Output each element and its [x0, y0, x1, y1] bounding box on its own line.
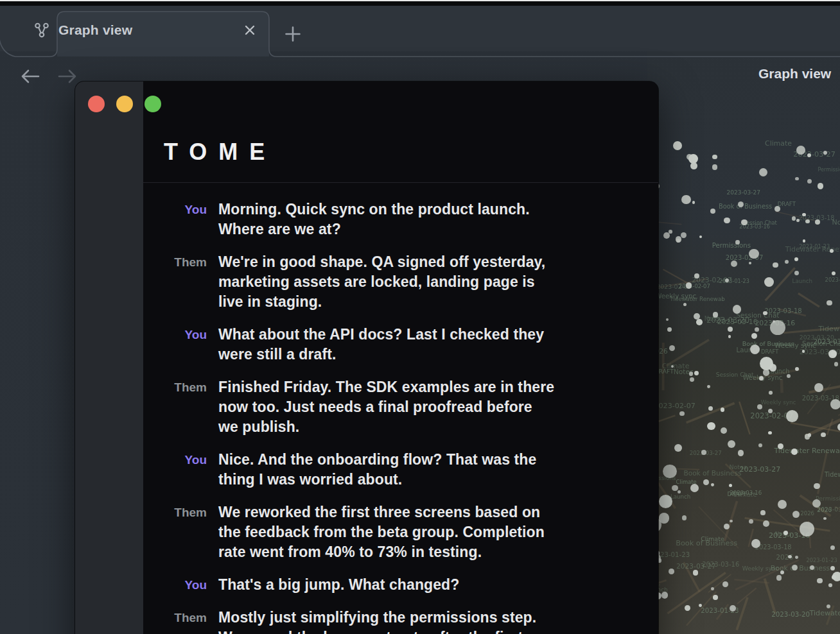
graph-node — [673, 141, 682, 150]
graph-node — [830, 399, 840, 409]
graph-node — [672, 485, 678, 492]
app-title: TOME — [164, 139, 276, 166]
graph-node — [769, 391, 773, 395]
chat-message: Them Finished Friday. The SDK examples a… — [143, 377, 643, 437]
speaker-label: You — [143, 575, 207, 595]
graph-node-label: 2023-03-27 — [825, 277, 840, 282]
chat-message: You What about the API docs? Last I chec… — [143, 325, 643, 364]
window-controls — [88, 96, 161, 112]
new-tab-button[interactable] — [280, 21, 306, 47]
chat-message: You That's a big jump. What changed? — [143, 575, 643, 595]
graph-node — [663, 232, 670, 239]
graph-node — [802, 350, 805, 353]
chat-message: Them We're in good shape. QA signed off … — [143, 252, 643, 312]
graph-node-label: DRAFT — [778, 201, 796, 207]
graph-node — [711, 483, 714, 486]
graph-node — [659, 495, 672, 508]
graph-node-label: Book of Business — [742, 341, 794, 347]
graph-node — [733, 305, 741, 313]
graph-node — [694, 313, 700, 320]
graph-node — [738, 450, 744, 456]
graph-node-label: Notes — [832, 219, 840, 226]
graph-node-label: Weekly sync — [761, 400, 796, 406]
message-text: Mostly just simplifying the permissions … — [218, 608, 629, 634]
graph-node — [763, 369, 770, 376]
graph-node — [792, 216, 796, 221]
message-text: Finished Friday. The SDK examples are in… — [218, 377, 629, 437]
graph-node — [796, 146, 805, 155]
tab-close-button[interactable] — [239, 19, 261, 41]
graph-node — [788, 555, 792, 559]
graph-node-label: Session Chat — [743, 220, 777, 225]
graph-node — [669, 569, 674, 574]
graph-node — [786, 410, 798, 422]
tab-graph-view[interactable]: Graph view — [18, 9, 270, 51]
graph-canvas[interactable]: 2023-03-162023-03-272023-03-202023-02-07… — [647, 51, 840, 634]
graph-node — [749, 249, 758, 259]
graph-node — [830, 249, 834, 253]
chat-message: You Morning. Quick sync on the product l… — [143, 200, 643, 239]
graph-node — [795, 177, 799, 181]
speaker-label: Them — [143, 502, 207, 562]
titlebar-strip — [0, 1, 840, 6]
graph-node-label: 2023-03-20 — [706, 317, 749, 325]
tab-title: Graph view — [58, 22, 239, 38]
graph-node — [728, 335, 731, 338]
minimize-window-button[interactable] — [116, 96, 133, 112]
graph-node-label: 2023-03-27 — [727, 190, 760, 196]
chat-transcript[interactable]: You Morning. Quick sync on the product l… — [143, 183, 658, 634]
tome-chat-window: TOME You Morning. Quick sync on the prod… — [75, 81, 658, 634]
forward-button[interactable] — [55, 64, 80, 89]
graph-node-label: Book of Business — [719, 203, 772, 210]
plus-icon — [283, 24, 302, 44]
graph-node — [735, 240, 740, 244]
graph-node-label: 2023-02-07 — [654, 402, 695, 409]
graph-node — [837, 424, 840, 430]
graph-node — [807, 179, 812, 184]
graph-node-label: 2023-03-20 — [771, 611, 810, 617]
graph-node — [814, 483, 820, 490]
graph-node — [794, 257, 798, 261]
graph-node — [682, 515, 687, 520]
graph-node — [678, 490, 681, 493]
graph-node — [750, 345, 760, 354]
close-icon — [243, 23, 257, 37]
close-window-button[interactable] — [88, 96, 105, 112]
graph-node — [703, 479, 709, 485]
graph-node-label: Book of Business — [676, 540, 737, 547]
graph-node — [674, 444, 682, 452]
graph-node-label: 2023-03-18 — [813, 338, 840, 345]
graph-icon — [33, 22, 50, 39]
chat-message: Them Mostly just simplifying the permiss… — [143, 608, 643, 634]
graph-node-label: Climate — [765, 141, 792, 148]
graph-node-label: Permissions — [712, 243, 751, 249]
graph-node-label: 2023-02-07 — [679, 284, 710, 289]
graph-node — [828, 583, 832, 587]
graph-node-label: Book of Business — [683, 470, 741, 477]
graph-node — [699, 604, 702, 607]
graph-node — [707, 385, 710, 388]
speaker-label: You — [143, 325, 207, 364]
graph-node-label: Tidewater Renewab — [818, 325, 840, 332]
graph-node — [701, 450, 706, 455]
graph-node-label: Book of Business — [771, 565, 830, 572]
graph-node — [763, 520, 769, 527]
window-main: TOME You Morning. Quick sync on the prod… — [143, 81, 658, 634]
speaker-label: You — [143, 200, 207, 239]
graph-node-label: 2023-01-23 — [806, 558, 837, 563]
chat-message: Them We reworked the first three screens… — [143, 502, 643, 562]
graph-node — [768, 431, 772, 435]
graph-node-label: DRAFT — [761, 349, 778, 354]
nav-history-controls — [18, 64, 80, 89]
graph-node — [667, 327, 672, 332]
graph-node — [681, 232, 687, 238]
graph-node — [690, 162, 697, 169]
graph-node — [721, 427, 727, 434]
message-text: That's a big jump. What changed? — [218, 575, 629, 595]
zoom-window-button[interactable] — [144, 96, 161, 112]
graph-node — [710, 209, 715, 214]
speaker-label: Them — [143, 608, 207, 634]
back-button[interactable] — [18, 64, 42, 89]
graph-node-label: 2023-03-27 — [676, 563, 716, 570]
graph-node — [741, 219, 748, 226]
